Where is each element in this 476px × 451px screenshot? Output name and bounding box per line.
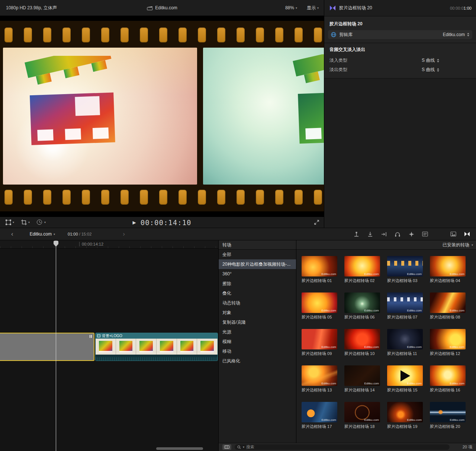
- clapperboard-logo-right: [292, 54, 324, 149]
- stepper-icon[interactable]: [437, 59, 439, 63]
- transition-thumbnail[interactable]: Editku.com: [387, 329, 423, 349]
- crop-tool-menu[interactable]: ▾: [21, 219, 30, 226]
- timeline-clip-selected[interactable]: [0, 333, 94, 361]
- zoom-menu[interactable]: 88% ▾: [285, 5, 297, 10]
- distort-tool-menu[interactable]: ▾: [36, 219, 46, 226]
- sidebar-item[interactable]: 移动: [219, 346, 296, 356]
- timeline-forward-button[interactable]: ›: [123, 230, 125, 238]
- transition-label: 胶片边框转场 17: [302, 424, 339, 429]
- transition-item[interactable]: Editku.com胶片边框转场 20: [430, 402, 467, 429]
- playhead-line[interactable]: [56, 240, 56, 451]
- stepper-icon[interactable]: [467, 33, 469, 36]
- transition-thumbnail[interactable]: Editku.com: [344, 329, 380, 349]
- sidebar-item[interactable]: 复制器/克隆: [219, 317, 296, 327]
- transition-item[interactable]: Editku.com胶片边框转场 05: [302, 292, 339, 320]
- transition-item[interactable]: Editku.com胶片边框转场 13: [302, 365, 339, 393]
- sidebar-item[interactable]: 20种电影胶片边框叠加视频转场-...: [219, 259, 296, 269]
- sidebar-item[interactable]: 动态转场: [219, 298, 296, 308]
- transition-thumbnail[interactable]: Editku.com: [430, 292, 466, 313]
- play-button[interactable]: ▶: [132, 220, 136, 225]
- transition-thumbnail[interactable]: Editku.com: [302, 256, 337, 276]
- audio-solo-button[interactable]: [394, 230, 401, 238]
- transition-label: 胶片边框转场 14: [344, 387, 382, 393]
- transition-thumbnail[interactable]: Editku.com: [430, 365, 466, 386]
- duration-field[interactable]: 00:00:01:00: [450, 6, 472, 10]
- sidebar-item[interactable]: 模糊: [219, 337, 296, 346]
- sprocket-hole: [314, 190, 322, 205]
- transition-thumbnail[interactable]: Editku.com: [387, 292, 423, 313]
- transition-thumbnail[interactable]: Editku.com: [387, 365, 423, 386]
- sprocket-hole: [62, 190, 71, 205]
- transition-item[interactable]: Editku.com胶片边框转场 02: [344, 256, 382, 284]
- transition-item[interactable]: Editku.com胶片边框转场 06: [344, 292, 382, 320]
- transition-item[interactable]: Editku.com胶片边框转场 18: [344, 402, 382, 429]
- transition-thumbnail[interactable]: Editku.com: [430, 256, 466, 276]
- transition-thumbnail[interactable]: Editku.com: [302, 329, 337, 349]
- transition-item[interactable]: Editku.com胶片边框转场 16: [430, 365, 467, 393]
- project-menu[interactable]: Editku.com ▾: [30, 231, 55, 237]
- viewer-timecode: 00:00:14:10: [141, 218, 192, 227]
- fade-in-popup[interactable]: S 曲线: [422, 57, 439, 64]
- sidebar-item[interactable]: 光源: [219, 327, 296, 337]
- transition-thumbnail[interactable]: Editku.com: [302, 402, 337, 422]
- fade-out-popup[interactable]: S 曲线: [422, 67, 439, 73]
- clip-title-bar[interactable]: 背景+LOGO: [96, 333, 218, 339]
- transition-thumbnail[interactable]: Editku.com: [344, 402, 380, 422]
- transition-thumbnail[interactable]: Editku.com: [430, 402, 466, 422]
- filmstrip-view-toggle[interactable]: [222, 444, 231, 450]
- timeline-clip-connected[interactable]: 背景+LOGO: [95, 333, 218, 361]
- insert-clip-button[interactable]: [366, 230, 374, 238]
- transition-item[interactable]: Editku.com胶片边框转场 07: [387, 292, 424, 320]
- transition-item[interactable]: Editku.com胶片边框转场 11: [387, 329, 424, 356]
- clip-thumbnail: [116, 339, 136, 355]
- sidebar-item[interactable]: 叠化: [219, 288, 296, 298]
- timeline-index-button[interactable]: [421, 230, 429, 238]
- transition-item[interactable]: Editku.com胶片边框转场 14: [344, 365, 382, 393]
- library-popup[interactable]: 剪辑库 Editku.com: [328, 30, 472, 39]
- browser-header[interactable]: 已安装的转场 ▾: [296, 240, 476, 250]
- sidebar-item[interactable]: 360°: [219, 269, 296, 279]
- transition-item[interactable]: Editku.com胶片边框转场 04: [430, 256, 467, 284]
- transition-item[interactable]: Editku.com胶片边框转场 09: [302, 329, 339, 356]
- search-input[interactable]: ▾ 搜索: [235, 444, 450, 450]
- stepper-icon[interactable]: [437, 68, 439, 72]
- append-clip-button[interactable]: [380, 230, 387, 238]
- transform-tool-menu[interactable]: ▾: [5, 219, 14, 226]
- transition-thumbnail[interactable]: Editku.com: [387, 402, 423, 422]
- connect-clip-button[interactable]: [353, 230, 360, 238]
- transition-thumbnail[interactable]: Editku.com: [387, 256, 423, 276]
- transition-item[interactable]: Editku.com胶片边框转场 12: [430, 329, 467, 356]
- transition-label: 胶片边框转场 18: [344, 424, 382, 429]
- sidebar-item[interactable]: 全部: [219, 250, 296, 259]
- transition-item[interactable]: Editku.com胶片边框转场 01: [302, 256, 339, 284]
- sidebar-item[interactable]: 对象: [219, 308, 296, 317]
- timeline-scrollbar[interactable]: [156, 447, 203, 450]
- transition-item[interactable]: Editku.com胶片边框转场 19: [387, 402, 424, 429]
- transition-thumbnail[interactable]: Editku.com: [302, 365, 337, 386]
- timeline-panel[interactable]: 00:00:14:12 背景+LOGO: [0, 240, 219, 451]
- media-browser-button[interactable]: [450, 230, 457, 238]
- transition-item[interactable]: Editku.com胶片边框转场 17: [302, 402, 339, 429]
- transition-item[interactable]: Editku.com胶片边框转场 08: [430, 292, 467, 320]
- transition-thumbnail[interactable]: Editku.com: [344, 365, 380, 386]
- display-menu[interactable]: 显示 ▾: [307, 5, 319, 11]
- inspector-rows: 胶片边框转场 20 剪辑库 Editku.com 音频交叉淡入淡出: [324, 16, 476, 78]
- sidebar-item[interactable]: 已风格化: [219, 356, 296, 366]
- sidebar-item[interactable]: 擦除: [219, 279, 296, 288]
- viewer-canvas[interactable]: [0, 16, 324, 217]
- transition-thumbnail[interactable]: Editku.com: [344, 292, 380, 313]
- transitions-sidebar: 转场 全部20种电影胶片边框叠加视频转场-...360°擦除叠化动态转场对象复制…: [219, 240, 296, 443]
- transition-item[interactable]: Editku.com胶片边框转场 10: [344, 329, 382, 356]
- transition-item[interactable]: Editku.com胶片边框转场 03: [387, 256, 424, 284]
- transitions-browser-button[interactable]: [463, 230, 471, 238]
- timeline-back-button[interactable]: ‹: [11, 230, 13, 238]
- transition-thumbnail[interactable]: Editku.com: [430, 329, 466, 349]
- fullscreen-button[interactable]: [314, 220, 319, 225]
- transition-thumbnail[interactable]: Editku.com: [302, 292, 337, 313]
- timeline-ruler[interactable]: 00:00:14:12: [0, 240, 218, 249]
- transition-item[interactable]: Editku.com胶片边框转场 15: [387, 365, 424, 393]
- transition-thumbnail[interactable]: Editku.com: [344, 256, 380, 276]
- sprocket-hole: [140, 28, 148, 42]
- effects-button[interactable]: [408, 230, 415, 238]
- fade-in-row: 淡入类型 S 曲线: [324, 56, 476, 65]
